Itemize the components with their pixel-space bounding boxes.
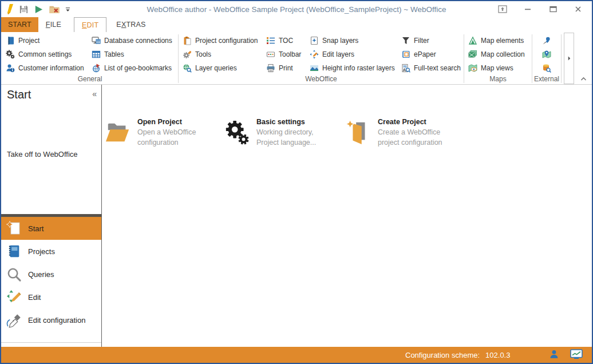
ribbon-item-database-connections[interactable]: Database connections [88,34,177,48]
card-subtitle: Working directory, Project language... [256,127,331,148]
title-bar: WebOffice author - WebOffice Sample Proj… [1,1,592,17]
card-subtitle: Create a WebOffice project configuration [378,127,452,148]
ribbon-group-external: External [533,33,560,84]
card-title: Open Project [137,117,212,127]
toc-icon [266,36,275,45]
ribbon-group-general: Project Common settings Customer informa… [2,33,177,84]
status-bar: Configuration scheme: 102.0.3 [1,347,592,363]
toolbar-icon [266,50,275,59]
ribbon-collapse-button[interactable] [576,33,591,84]
status-config-scheme-value: 102.0.3 [485,351,510,359]
ribbon-item-height-info-raster-layers[interactable]: Height info raster layers [306,61,398,75]
ribbon-group-divider [532,34,532,83]
ribbon-item-epaper[interactable]: ePaper [398,48,463,61]
layer-queries-icon [183,64,192,73]
tab-edit[interactable]: EDIT [74,17,106,32]
open-project-card[interactable]: Open Project Open a WebOffice configurat… [105,116,224,148]
ribbon-item-label: Edit layers [322,50,354,58]
ribbon: Project Common settings Customer informa… [1,32,592,85]
ribbon-item-layer-queries[interactable]: Layer queries [179,61,263,75]
sidebar-tagline: Take off to WebOffice [7,150,78,159]
ribbon-item-print[interactable]: Print [263,61,306,75]
ribbon-item-customer-information[interactable]: Customer information [2,61,88,75]
user-icon[interactable] [549,349,559,361]
card-subtitle: Open a WebOffice configuration [137,127,212,148]
ribbon-item-fulltext-search[interactable]: Full-text search [398,61,463,75]
ribbon-item-filter[interactable]: Filter [398,34,463,48]
app-pencil-icon[interactable] [6,3,14,15]
sidebar-item-start[interactable]: Start [1,217,101,240]
ribbon-item-data-source-search[interactable] [539,61,555,75]
ribbon-item-map-views[interactable]: Map views [465,61,531,75]
ribbon-item-label: Tools [195,50,211,58]
sidebar-item-edit-configuration[interactable]: Edit configuration [1,308,101,331]
projects-icon [5,243,22,260]
ribbon-item-label: Layer queries [195,64,237,72]
ribbon-item-edit-layers[interactable]: Edit layers [306,48,398,61]
pushpin-icon [542,36,551,45]
status-config-scheme-label: Configuration scheme: [405,351,480,359]
qat-dropdown-icon[interactable] [65,7,70,12]
ribbon-overflow-button[interactable] [564,33,574,84]
save-icon[interactable] [19,5,29,14]
tab-start[interactable]: START [1,17,38,32]
tables-icon [92,50,101,59]
sidebar-collapse-button[interactable]: « [92,88,97,100]
edit-icon [5,288,22,306]
ribbon-item-common-settings[interactable]: Common settings [2,48,88,61]
ribbon-options-icon[interactable] [497,4,508,14]
ribbon-item-pushpin[interactable] [539,34,555,48]
map-location-icon [542,50,551,59]
ribbon-group-label-weboffice: WebOffice [179,75,463,84]
database-connections-icon [92,36,101,45]
tab-extras[interactable]: EXTRAS [109,17,153,32]
right-arrow-icon [567,56,571,61]
map-views-icon [468,64,477,73]
ribbon-tab-bar: START FILE EDIT EXTRAS [1,17,592,32]
basic-settings-gears-icon [224,119,250,145]
create-project-card[interactable]: Create Project Create a WebOffice projec… [345,116,477,148]
ribbon-item-map-location[interactable] [539,48,555,61]
open-project-folder-icon [105,119,131,145]
sidebar-item-edit[interactable]: Edit [1,286,101,308]
close-icon[interactable] [572,4,584,14]
close-project-icon[interactable] [49,5,60,14]
ribbon-item-map-elements[interactable]: Map elements [465,34,531,48]
ribbon-item-label: ePaper [414,50,436,58]
ribbon-item-tools[interactable]: Tools [179,48,263,61]
quick-access-toolbar [1,3,70,15]
ribbon-item-map-collection[interactable]: Map collection [465,48,531,61]
sidebar: Start « Take off to WebOffice Start Proj… [1,85,102,347]
ribbon-item-label: Map collection [481,50,525,58]
ribbon-item-label: Snap layers [322,37,358,45]
card-title: Basic settings [256,117,331,127]
ribbon-group-maps: Map elements Map collection Map views Ma… [465,33,531,84]
ribbon-item-snap-layers[interactable]: Snap layers [306,34,398,48]
sidebar-item-label: Edit configuration [28,316,85,325]
ribbon-item-label: List of geo-bookmarks [104,64,172,72]
map-elements-icon [468,36,477,45]
ribbon-item-project-configuration[interactable]: Project configuration [179,34,263,48]
ribbon-item-label: Map views [481,64,513,72]
ribbon-group-label-external: External [533,75,560,84]
ribbon-item-project[interactable]: Project [2,34,88,48]
ribbon-item-label: Toolbar [279,50,301,58]
minimize-icon[interactable] [522,4,533,14]
main-panel: Open Project Open a WebOffice configurat… [102,85,592,347]
monitor-chart-icon[interactable] [570,349,583,361]
ribbon-item-geo-bookmarks[interactable]: List of geo-bookmarks [88,61,177,75]
run-icon[interactable] [34,5,44,14]
epaper-icon [401,50,410,59]
ribbon-item-toolbar[interactable]: Toolbar [263,48,306,61]
sidebar-item-projects[interactable]: Projects [1,240,101,263]
basic-settings-card[interactable]: Basic settings Working directory, Projec… [224,116,345,148]
project-configuration-icon [183,36,192,45]
maximize-icon[interactable] [547,4,559,14]
chevron-up-icon [580,77,587,81]
ribbon-item-toc[interactable]: TOC [263,34,306,48]
ribbon-item-tables[interactable]: Tables [88,48,177,61]
tools-icon [183,50,192,59]
ribbon-group-label-general: General [2,75,177,84]
sidebar-item-queries[interactable]: Queries [1,263,101,286]
tab-file[interactable]: FILE [38,17,69,32]
